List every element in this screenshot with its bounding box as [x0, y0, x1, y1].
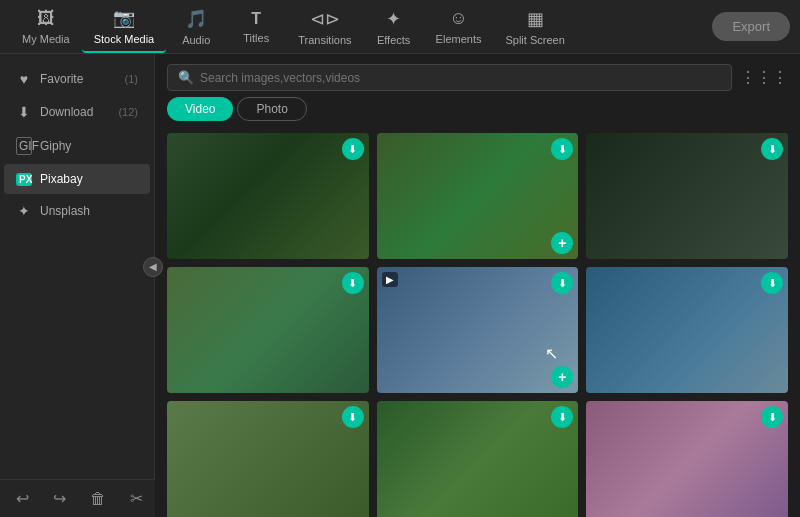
unsplash-label: Unsplash: [40, 204, 138, 218]
media-thumb-1[interactable]: ⬇: [167, 133, 369, 259]
content-wrapper: ◀ 🔍 ⋮⋮⋮ Video Photo ⬇: [155, 54, 800, 479]
nav-split-screen-label: Split Screen: [505, 34, 564, 46]
sidebar-item-download[interactable]: ⬇ Download (12): [4, 96, 150, 128]
effects-icon: ✦: [386, 8, 401, 30]
media-thumb-6[interactable]: ⬇: [586, 267, 788, 393]
nav-transitions[interactable]: ⊲⊳ Transitions: [286, 2, 363, 52]
nav-audio[interactable]: 🎵 Audio: [166, 2, 226, 52]
nav-elements[interactable]: ☺ Elements: [424, 2, 494, 51]
giphy-icon: GIF: [16, 137, 32, 155]
nav-effects-label: Effects: [377, 34, 410, 46]
content-area: 🔍 ⋮⋮⋮ Video Photo ⬇ ⬇: [155, 54, 800, 517]
media-thumb-3[interactable]: ⬇: [586, 133, 788, 259]
nav-titles[interactable]: T Titles: [226, 4, 286, 50]
elements-icon: ☺: [449, 8, 467, 29]
nav-stock-media-label: Stock Media: [94, 33, 155, 45]
sidebar: ♥ Favorite (1) ⬇ Download (12) GIF Giphy…: [0, 54, 155, 479]
download-btn-3[interactable]: ⬇: [761, 138, 783, 160]
pixabay-label: Pixabay: [40, 172, 138, 186]
favorite-count: (1): [125, 73, 138, 85]
video-indicator-5: ▶: [382, 272, 398, 287]
nav-transitions-label: Transitions: [298, 34, 351, 46]
nav-elements-label: Elements: [436, 33, 482, 45]
tab-photo[interactable]: Photo: [237, 97, 306, 121]
nav-my-media[interactable]: 🖼 My Media: [10, 2, 82, 51]
download-count: (12): [118, 106, 138, 118]
delete-button[interactable]: 🗑: [86, 486, 110, 512]
search-input-wrap: 🔍: [167, 64, 732, 91]
my-media-icon: 🖼: [37, 8, 55, 29]
download-btn-9[interactable]: ⬇: [761, 406, 783, 428]
download-icon: ⬇: [16, 104, 32, 120]
giphy-label: Giphy: [40, 139, 138, 153]
pixabay-icon: PX: [16, 173, 32, 186]
sidebar-item-pixabay[interactable]: PX Pixabay: [4, 164, 150, 194]
media-thumb-4[interactable]: ⬇: [167, 267, 369, 393]
content-tabs: Video Photo: [155, 97, 800, 129]
nav-split-screen[interactable]: ▦ Split Screen: [493, 2, 576, 52]
download-btn-1[interactable]: ⬇: [342, 138, 364, 160]
nav-my-media-label: My Media: [22, 33, 70, 45]
undo-button[interactable]: ↩: [12, 485, 33, 512]
download-btn-7[interactable]: ⬇: [342, 406, 364, 428]
download-btn-6[interactable]: ⬇: [761, 272, 783, 294]
stock-media-icon: 📷: [113, 7, 135, 29]
nav-audio-label: Audio: [182, 34, 210, 46]
redo-button[interactable]: ↪: [49, 485, 70, 512]
search-icon: 🔍: [178, 70, 194, 85]
cut-button[interactable]: ✂: [126, 485, 147, 512]
nav-titles-label: Titles: [243, 32, 269, 44]
export-button[interactable]: Export: [712, 12, 790, 41]
media-thumb-2[interactable]: ⬇ +: [377, 133, 579, 259]
download-btn-4[interactable]: ⬇: [342, 272, 364, 294]
nav-effects[interactable]: ✦ Effects: [364, 2, 424, 52]
nav-stock-media[interactable]: 📷 Stock Media: [82, 1, 167, 53]
sidebar-item-unsplash[interactable]: ✦ Unsplash: [4, 195, 150, 227]
sidebar-collapse-button[interactable]: ◀: [143, 257, 163, 277]
favorite-label: Favorite: [40, 72, 117, 86]
media-thumb-5[interactable]: ▶ ⬇ + ↖: [377, 267, 579, 393]
transitions-icon: ⊲⊳: [310, 8, 340, 30]
favorite-icon: ♥: [16, 71, 32, 87]
download-label: Download: [40, 105, 110, 119]
sidebar-item-favorite[interactable]: ♥ Favorite (1): [4, 63, 150, 95]
grid-view-icon[interactable]: ⋮⋮⋮: [740, 68, 788, 87]
unsplash-icon: ✦: [16, 203, 32, 219]
split-screen-icon: ▦: [527, 8, 544, 30]
media-thumb-9[interactable]: ⬇: [586, 401, 788, 517]
main-layout: ♥ Favorite (1) ⬇ Download (12) GIF Giphy…: [0, 54, 800, 479]
titles-icon: T: [251, 10, 261, 28]
sidebar-item-giphy[interactable]: GIF Giphy: [4, 129, 150, 163]
search-bar: 🔍 ⋮⋮⋮: [155, 54, 800, 97]
top-navigation: 🖼 My Media 📷 Stock Media 🎵 Audio T Title…: [0, 0, 800, 54]
audio-icon: 🎵: [185, 8, 207, 30]
tab-video[interactable]: Video: [167, 97, 233, 121]
media-thumb-7[interactable]: ⬇: [167, 401, 369, 517]
media-thumb-8[interactable]: ⬇: [377, 401, 579, 517]
media-grid: ⬇ ⬇ + ⬇ ⬇ ▶ ⬇: [155, 129, 800, 517]
search-input[interactable]: [200, 71, 721, 85]
